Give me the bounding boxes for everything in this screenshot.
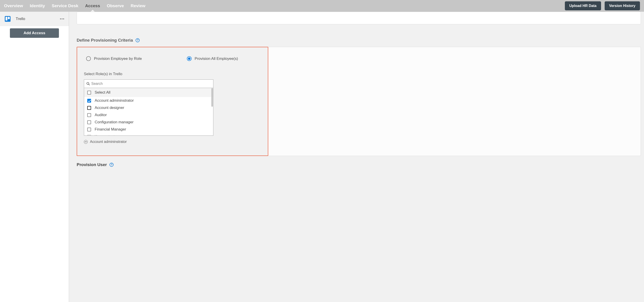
tab-review[interactable]: Review: [131, 0, 145, 12]
nav-actions: Upload HR Data Version History: [565, 1, 640, 10]
svg-rect-1: [6, 17, 8, 21]
tab-observe[interactable]: Observe: [107, 0, 124, 12]
svg-rect-2: [8, 17, 10, 19]
criteria-right-panel: [268, 47, 641, 156]
sidebar-item-trello[interactable]: Trello: [0, 12, 69, 26]
main-content: Define Provisioning Criteria ? Provision…: [69, 12, 644, 302]
radio-label: Provision All Employee(s): [195, 57, 238, 61]
add-access-button[interactable]: Add Access: [10, 28, 59, 38]
criteria-title: Define Provisioning Criteria: [77, 38, 133, 43]
radio-provision-by-role[interactable]: Provision Employee by Role: [86, 56, 142, 61]
provision-mode-radio-group: Provision Employee by Role Provision All…: [84, 56, 261, 61]
radio-label: Provision Employee by Role: [94, 57, 142, 61]
sidebar-item-label: Trello: [16, 17, 60, 21]
checkbox-icon: [87, 120, 91, 124]
radio-icon: [187, 56, 192, 61]
help-icon[interactable]: ?: [136, 38, 140, 42]
option-financial-manager[interactable]: Financial Manager: [84, 126, 213, 133]
nav-tabs: Overview Identity Service Desk Access Ob…: [4, 0, 565, 12]
roles-search-input[interactable]: [91, 82, 211, 86]
roles-field-label: Select Role(s) in Trello: [84, 72, 261, 76]
option-label: Key contact: [95, 134, 115, 136]
option-label: Account admininstrator: [95, 98, 134, 103]
svg-line-4: [88, 84, 90, 85]
search-icon: [86, 82, 90, 86]
provision-user-header: Provision User ?: [77, 162, 641, 167]
version-history-button[interactable]: Version History: [605, 1, 640, 10]
help-icon[interactable]: ?: [110, 163, 114, 167]
previous-card-placeholder: [77, 12, 641, 24]
top-nav: Overview Identity Service Desk Access Ob…: [0, 0, 644, 12]
criteria-header: Define Provisioning Criteria ?: [77, 38, 641, 43]
tab-service-desk[interactable]: Service Desk: [52, 0, 78, 12]
option-key-contact[interactable]: Key contact: [84, 133, 213, 136]
checkbox-icon: [87, 135, 91, 136]
checkbox-icon: [87, 99, 91, 103]
kebab-menu-icon[interactable]: [60, 17, 64, 21]
sidebar: Trello Add Access: [0, 12, 69, 302]
option-label: Financial Manager: [95, 127, 126, 132]
remove-chip-icon[interactable]: [84, 140, 88, 144]
option-configuration-manager[interactable]: Configuration manager: [84, 119, 213, 126]
scrollbar-thumb[interactable]: [211, 88, 213, 107]
upload-hr-data-button[interactable]: Upload HR Data: [565, 1, 601, 10]
checkbox-icon: [87, 128, 91, 131]
selected-chips: Account admininstrator: [84, 140, 261, 144]
option-label: Account designer: [95, 106, 124, 110]
trello-icon: [4, 16, 11, 22]
radio-icon: [86, 56, 91, 61]
roles-search-box[interactable]: [84, 79, 214, 88]
checkbox-icon: [87, 91, 91, 95]
checkbox-icon: [87, 106, 91, 110]
tab-identity[interactable]: Identity: [30, 0, 45, 12]
option-account-administrator[interactable]: Account admininstrator: [84, 97, 213, 104]
option-account-designer[interactable]: Account designer: [84, 104, 213, 111]
option-auditor[interactable]: Auditor: [84, 111, 213, 119]
criteria-card: Provision Employee by Role Provision All…: [77, 47, 268, 156]
svg-point-3: [87, 82, 89, 84]
radio-provision-all[interactable]: Provision All Employee(s): [187, 56, 238, 61]
option-select-all[interactable]: Select All: [84, 88, 213, 97]
option-label: Auditor: [95, 113, 107, 117]
option-label: Configuration manager: [95, 120, 134, 124]
roles-dropdown[interactable]: Select All Account admininstrator Accoun…: [84, 88, 214, 136]
checkbox-icon: [87, 113, 91, 117]
tab-access[interactable]: Access: [85, 0, 100, 12]
option-label: Select All: [95, 90, 110, 95]
chip-label: Account admininstrator: [90, 140, 127, 144]
tab-overview[interactable]: Overview: [4, 0, 23, 12]
provision-user-title: Provision User: [77, 162, 107, 167]
